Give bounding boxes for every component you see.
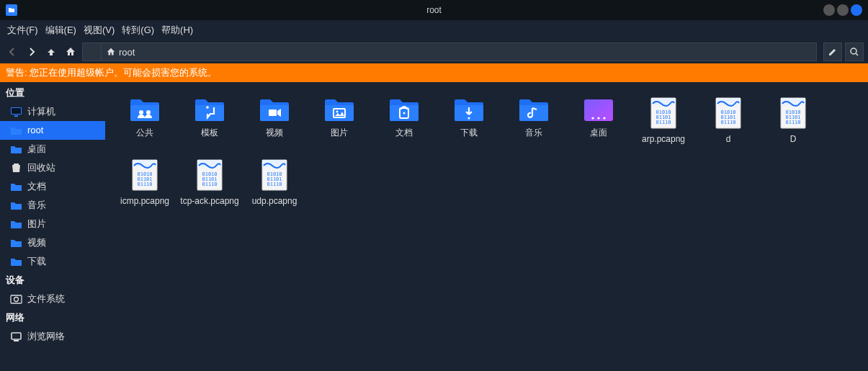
folder-item[interactable]: 下载 — [437, 92, 501, 154]
file-icon: 010100110101110 — [131, 158, 158, 192]
warning-bar: 警告: 您正在使用超级帐户。可能会损害您的系统。 — [0, 63, 868, 82]
folder-item[interactable]: 公共 — [112, 92, 177, 154]
file-icon: 010100110101110 — [779, 97, 807, 130]
edit-path-button[interactable] — [823, 43, 842, 61]
item-label: 模板 — [201, 127, 218, 139]
sidebar-item[interactable]: 下载 — [0, 252, 105, 271]
home-button[interactable] — [63, 44, 79, 60]
sidebar-section-header: 位置 — [0, 84, 105, 102]
svg-text:01110: 01110 — [656, 120, 671, 125]
file-manager-window: root 文件(F)编辑(E)视图(V)转到(G)帮助(H) root — [0, 0, 868, 371]
item-label: 公共 — [136, 127, 153, 139]
item-label: D — [790, 134, 797, 144]
item-label: arp.pcapng — [642, 134, 685, 144]
path-label: root — [119, 47, 135, 58]
folder-icon — [518, 97, 550, 122]
folder-item[interactable]: 音乐 — [501, 92, 566, 154]
sidebar-item-label: 计算机 — [27, 105, 55, 118]
sidebar-item-label: 浏览网络 — [27, 330, 65, 343]
sidebar-item[interactable]: 桌面 — [0, 140, 105, 158]
sidebar-item[interactable]: 回收站 — [0, 158, 105, 177]
svg-point-21 — [603, 117, 605, 119]
up-button[interactable] — [43, 44, 59, 60]
folder-icon — [583, 97, 614, 122]
folder-item[interactable]: 图片 — [307, 92, 372, 154]
sidebar-item-label: 回收站 — [27, 161, 55, 174]
menu-item[interactable]: 文件(F) — [7, 24, 38, 37]
sidebar-item[interactable]: 视频 — [0, 233, 105, 252]
sidebar-item[interactable]: 文档 — [0, 177, 105, 196]
folder-item[interactable]: 模板 — [177, 92, 242, 154]
folder-icon — [259, 97, 290, 122]
item-label: icmp.pcapng — [120, 196, 169, 206]
home-icon — [106, 47, 116, 57]
sidebar-item[interactable]: 文件系统 — [0, 290, 105, 308]
sidebar-section-header: 设备 — [0, 271, 105, 290]
svg-rect-2 — [12, 108, 21, 114]
icon-grid: 公共模板视频图片文档下载音乐桌面010100110101110arp.pcapn… — [112, 92, 861, 216]
toolbar: root — [0, 40, 868, 63]
menubar: 文件(F)编辑(E)视图(V)转到(G)帮助(H) — [0, 20, 868, 40]
search-button[interactable] — [845, 43, 864, 61]
svg-text:01110: 01110 — [202, 182, 217, 187]
menu-item[interactable]: 帮助(H) — [161, 24, 193, 37]
sidebar-item[interactable]: 浏览网络 — [0, 327, 105, 346]
warning-text: 警告: 您正在使用超级帐户。可能会损害您的系统。 — [6, 66, 217, 79]
sidebar-item[interactable]: 音乐 — [0, 196, 105, 215]
file-item[interactable]: 010100110101110icmp.pcapng — [112, 154, 177, 216]
monitor-icon — [10, 107, 22, 117]
item-label: udp.pcapng — [252, 196, 297, 206]
folder-icon — [194, 97, 225, 122]
item-label: tcp-ack.pcapng — [180, 196, 238, 206]
svg-text:01110: 01110 — [267, 182, 282, 187]
file-item[interactable]: 010100110101110udp.pcapng — [242, 154, 307, 216]
svg-point-19 — [591, 117, 594, 119]
titlebar: root — [0, 0, 868, 20]
file-item[interactable]: 010100110101110tcp-ack.pcapng — [177, 154, 242, 216]
svg-rect-4 — [14, 164, 19, 165]
svg-rect-3 — [14, 115, 18, 117]
menu-item[interactable]: 编辑(E) — [45, 24, 76, 37]
sidebar-item[interactable]: 图片 — [0, 215, 105, 233]
menu-item[interactable]: 视图(V) — [84, 24, 115, 37]
sidebar-item-label: 音乐 — [27, 199, 46, 212]
svg-text:01110: 01110 — [137, 182, 152, 187]
svg-point-6 — [14, 297, 19, 301]
app-icon — [6, 4, 17, 16]
file-item[interactable]: 010100110101110D — [761, 92, 826, 154]
item-label: 视频 — [266, 127, 283, 139]
file-item[interactable]: 010100110101110d — [696, 92, 761, 154]
file-icon: 010100110101110 — [261, 158, 288, 192]
disk-icon — [10, 294, 22, 305]
sidebar-item-label: 视频 — [27, 236, 46, 249]
svg-rect-5 — [11, 295, 22, 303]
sidebar-item[interactable]: 计算机 — [0, 102, 105, 121]
maximize-button[interactable] — [837, 4, 849, 16]
item-label: 桌面 — [590, 127, 607, 139]
svg-rect-8 — [14, 340, 19, 341]
window-controls — [823, 4, 862, 16]
sidebar-item[interactable]: root — [0, 121, 105, 140]
svg-point-17 — [468, 117, 470, 120]
svg-text:01110: 01110 — [785, 120, 800, 125]
path-dropdown-icon[interactable] — [83, 43, 102, 61]
item-label: d — [726, 134, 731, 144]
close-button[interactable] — [851, 4, 862, 16]
svg-rect-7 — [12, 333, 21, 339]
forward-button[interactable] — [24, 44, 40, 60]
folder-item[interactable]: 视频 — [242, 92, 307, 154]
menu-item[interactable]: 转到(G) — [122, 24, 154, 37]
path-bar[interactable]: root — [82, 43, 817, 61]
svg-point-10 — [146, 110, 151, 115]
minimize-button[interactable] — [823, 4, 835, 16]
folder-item[interactable]: 文档 — [372, 92, 437, 154]
folder-icon — [129, 97, 161, 122]
back-button[interactable] — [4, 44, 20, 60]
folder-icon — [10, 200, 22, 211]
sidebar-item-label: 桌面 — [27, 143, 46, 156]
svg-point-11 — [206, 106, 209, 109]
folder-item[interactable]: 桌面 — [566, 92, 631, 154]
file-item[interactable]: 010100110101110arp.pcapng — [631, 92, 696, 154]
svg-point-9 — [139, 110, 143, 115]
folder-icon — [453, 97, 485, 122]
